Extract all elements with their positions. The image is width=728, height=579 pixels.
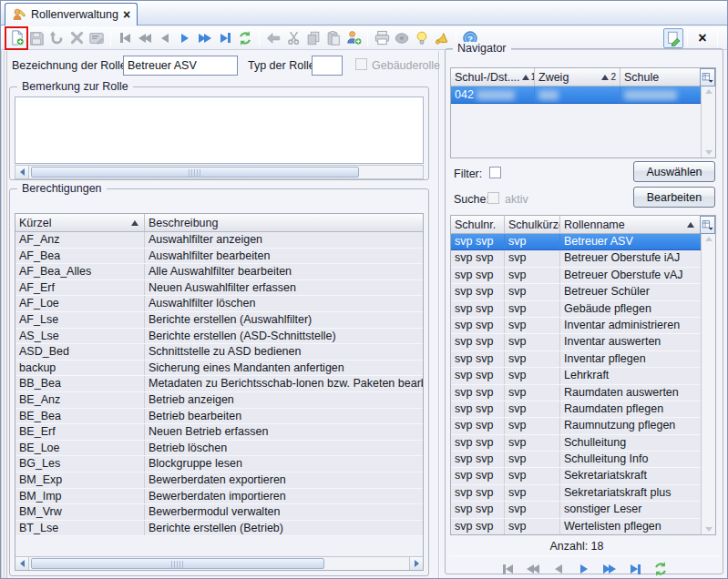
school-table-vscrollbar[interactable] bbox=[701, 86, 715, 157]
role-row[interactable]: svp svp svp Sekretariatskraft plus bbox=[451, 485, 701, 502]
paste-button[interactable] bbox=[323, 28, 343, 48]
scrollbar-thumb[interactable] bbox=[31, 167, 359, 178]
delete-button[interactable] bbox=[67, 28, 87, 48]
permission-row[interactable]: backup Sicherung eines Mandanten anferti… bbox=[15, 361, 423, 377]
permission-row[interactable]: BE_Loe Betrieb löschen bbox=[15, 441, 423, 457]
nav-last-button[interactable] bbox=[625, 559, 645, 579]
tab-close-icon[interactable]: × bbox=[123, 8, 130, 21]
roles-table-header[interactable]: Schulnr. Schulkürzel Rollenname bbox=[451, 216, 715, 234]
role-row[interactable]: svp svp svp Raumnutzung pflegen bbox=[451, 418, 701, 434]
bearbeiten-button[interactable]: Bearbeiten bbox=[633, 187, 715, 208]
role-row[interactable]: svp svp svp Inventar administrieren bbox=[451, 318, 701, 334]
permission-row[interactable]: BM_Vrw Bewerbermodul verwalten bbox=[15, 504, 423, 521]
undo-button[interactable] bbox=[46, 28, 67, 48]
role-row[interactable]: svp svp svp Inventar auswerten bbox=[451, 334, 701, 350]
column-header-schulkuerzel[interactable]: Schulkürzel bbox=[505, 216, 560, 233]
scroll-right-icon[interactable] bbox=[409, 557, 423, 570]
panel-divider[interactable] bbox=[438, 51, 440, 578]
scroll-up-icon[interactable] bbox=[705, 237, 713, 241]
splitter-grip[interactable] bbox=[1, 51, 7, 578]
refresh-button[interactable] bbox=[235, 28, 255, 48]
scroll-down-icon[interactable] bbox=[705, 150, 713, 155]
school-table-header[interactable]: Schul-/Dst.... 1 Zweig 2 Schule bbox=[451, 68, 715, 86]
scrollbar-thumb[interactable] bbox=[31, 558, 324, 569]
nav-fast-forward-button[interactable] bbox=[195, 28, 215, 48]
column-header-beschreibung[interactable]: Beschreibung bbox=[145, 214, 423, 231]
permission-row[interactable]: BE_Bea Betrieb bearbeiten bbox=[15, 409, 423, 425]
new-record-button[interactable] bbox=[6, 28, 26, 48]
cut-button[interactable] bbox=[283, 28, 303, 48]
column-header-kuerzel[interactable]: Kürzel bbox=[15, 214, 145, 231]
hint-bulb-button[interactable] bbox=[412, 28, 432, 48]
role-row[interactable]: svp svp svp sonstiger Leser bbox=[451, 502, 701, 518]
role-row[interactable]: svp svp svp Sekretariatskraft bbox=[451, 468, 701, 484]
bemerkung-textarea[interactable] bbox=[15, 96, 424, 164]
nav-rewind-button[interactable] bbox=[135, 28, 155, 48]
scroll-left-icon[interactable] bbox=[15, 166, 29, 178]
permission-row[interactable]: ASD_Bed Schnittstelle zu ASD bedienen bbox=[15, 344, 423, 361]
back-arrow-button[interactable] bbox=[263, 28, 283, 48]
permission-row[interactable]: BM_Imp Bewerberdaten importieren bbox=[15, 489, 423, 505]
permission-row[interactable]: BT_Lse Berichte erstellen (Betrieb) bbox=[15, 521, 423, 537]
column-header-schul-dst[interactable]: Schul-/Dst.... 1 bbox=[451, 68, 535, 86]
role-row[interactable]: svp svp svp Schulleitung Info bbox=[451, 452, 701, 468]
role-row[interactable]: svp svp svp Gebäude pflegen bbox=[451, 301, 701, 318]
role-row[interactable]: svp svp svp Raumdaten pflegen bbox=[451, 401, 701, 418]
copy-button[interactable] bbox=[303, 28, 323, 48]
record-disc-button[interactable] bbox=[392, 28, 412, 48]
column-picker-button[interactable] bbox=[700, 216, 715, 234]
permission-row[interactable]: BG_Les Blockgruppe lesen bbox=[15, 456, 423, 472]
role-row[interactable]: svp svp svp Inventar pflegen bbox=[451, 351, 701, 368]
nav-previous-button[interactable] bbox=[155, 28, 175, 48]
column-header-schule[interactable]: Schule bbox=[620, 68, 700, 86]
permission-row[interactable]: AF_Bea Auswahlfilter bearbeiten bbox=[15, 249, 423, 265]
role-row[interactable]: svp svp svp Betreuer Schüler bbox=[451, 284, 701, 300]
permission-row[interactable]: AF_Lse Berichte erstellen (Auswahlfilter… bbox=[15, 312, 423, 329]
suche-aktiv-checkbox[interactable] bbox=[487, 192, 499, 204]
permission-row[interactable]: BE_Anz Betrieb anzeigen bbox=[15, 392, 423, 409]
close-view-button[interactable]: × bbox=[692, 28, 713, 48]
nav-fast-forward-button[interactable] bbox=[600, 559, 620, 579]
nav-last-button[interactable] bbox=[215, 28, 235, 48]
filter-checkbox[interactable] bbox=[489, 167, 501, 178]
nav-next-button[interactable] bbox=[574, 559, 594, 579]
role-row[interactable]: svp svp svp Betreuer Oberstufe iAJ bbox=[451, 250, 701, 267]
school-row-selected[interactable]: 042 bbox=[451, 86, 701, 104]
column-header-zweig[interactable]: Zweig 2 bbox=[535, 68, 620, 86]
scroll-up-icon[interactable] bbox=[705, 89, 713, 94]
nav-first-button[interactable] bbox=[497, 559, 518, 579]
edit-mask-button[interactable] bbox=[87, 28, 107, 48]
refresh-button[interactable] bbox=[651, 559, 671, 579]
nav-rewind-button[interactable] bbox=[523, 559, 543, 579]
bezeichnung-input[interactable] bbox=[123, 56, 238, 76]
permission-row[interactable]: AS_Lse Berichte erstellen (ASD-Schnittst… bbox=[15, 329, 423, 345]
permission-row[interactable]: AF_Erf Neuen Auswahlfilter erfassen bbox=[15, 280, 423, 297]
permissions-hscrollbar[interactable] bbox=[15, 556, 424, 571]
role-row[interactable]: svp svp svp Betreuer Oberstufe vAJ bbox=[451, 268, 701, 284]
role-row[interactable]: svp svp svp Schulleitung bbox=[451, 435, 701, 452]
permission-row[interactable]: AF_Bea_Alles Alle Auswahlfilter bearbeit… bbox=[15, 264, 423, 280]
permission-row[interactable]: BM_Exp Bewerberdaten exportieren bbox=[15, 472, 423, 489]
role-row[interactable]: svp svp svp Wertelisten pflegen bbox=[451, 519, 701, 535]
scroll-down-icon[interactable] bbox=[705, 527, 713, 532]
column-picker-button[interactable] bbox=[700, 68, 715, 86]
scroll-left-icon[interactable] bbox=[15, 557, 29, 570]
permission-row[interactable]: BE_Erf Neuen Betrieb erfassen bbox=[15, 424, 423, 441]
nav-next-button[interactable] bbox=[175, 28, 195, 48]
column-header-rollenname[interactable]: Rollenname bbox=[560, 216, 700, 233]
role-row[interactable]: svp svp svp Betreuer ASV bbox=[451, 234, 701, 250]
nav-first-button[interactable] bbox=[115, 28, 135, 48]
add-person-button[interactable] bbox=[343, 28, 364, 48]
permission-row[interactable]: BB_Bea Metadaten zu Berichtsschab-lonen … bbox=[15, 376, 423, 392]
notification-horn-button[interactable] bbox=[432, 28, 452, 48]
gebaeuderolle-checkbox[interactable] bbox=[355, 58, 367, 70]
print-button[interactable] bbox=[372, 28, 392, 48]
permissions-table-header[interactable]: Kürzel Beschreibung bbox=[15, 214, 423, 232]
tab-rollenverwaltung[interactable]: Rollenverwaltung × bbox=[5, 3, 138, 25]
typ-input[interactable] bbox=[312, 56, 343, 76]
role-row[interactable]: svp svp svp Raumdaten auswerten bbox=[451, 385, 701, 401]
permission-row[interactable]: AF_Loe Auswahlfilter löschen bbox=[15, 296, 423, 312]
permission-row[interactable]: AF_Anz Auswahlfilter anzeigen bbox=[15, 232, 423, 249]
detach-view-button[interactable] bbox=[663, 28, 683, 48]
roles-table-vscrollbar[interactable] bbox=[701, 234, 715, 534]
